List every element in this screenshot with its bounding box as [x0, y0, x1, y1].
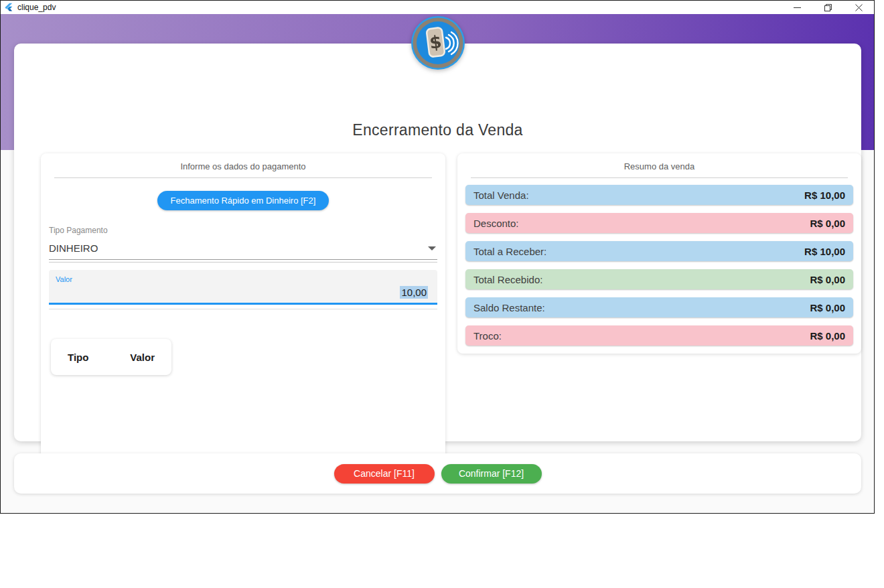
summary-row-label: Troco:	[473, 330, 502, 342]
summary-row-value: R$ 0,00	[810, 330, 845, 342]
payment-type-dropdown[interactable]: DINHEIRO	[49, 242, 437, 254]
action-bar: Cancelar [F11] Confirmar [F12]	[14, 453, 861, 494]
chevron-down-icon	[428, 246, 436, 250]
payment-type-label: Tipo Pagamento	[49, 226, 445, 235]
window-titlebar: clique_pdv	[1, 1, 874, 14]
summary-rows: Total Venda:R$ 10,00Desconto:R$ 0,00Tota…	[457, 178, 861, 346]
summary-row-label: Desconto:	[473, 218, 519, 229]
confirm-button[interactable]: Confirmar [F12]	[441, 464, 542, 484]
summary-row: Desconto:R$ 0,00	[465, 213, 853, 233]
amount-input-value: 10,00	[400, 286, 428, 299]
page-title: Encerramento da Venda	[14, 121, 861, 139]
restore-button[interactable]	[812, 1, 843, 14]
flutter-logo-icon	[3, 3, 13, 13]
summary-panel: Resumo da venda Total Venda:R$ 10,00Desc…	[457, 153, 861, 354]
summary-row: Total Venda:R$ 10,00	[465, 185, 853, 205]
minimize-button[interactable]	[782, 1, 812, 14]
payments-table-header: Tipo Valor	[51, 339, 171, 375]
summary-row: Total a Receber:R$ 10,00	[465, 241, 853, 261]
payment-panel-title: Informe os dados do pagamento	[41, 153, 445, 171]
app-window: clique_pdv Encerramento da Venda	[0, 0, 875, 514]
summary-row: Saldo Restante:R$ 0,00	[465, 297, 853, 317]
summary-row: Troco:R$ 0,00	[465, 325, 853, 346]
summary-row-value: R$ 10,00	[804, 190, 845, 201]
payment-panel: Informe os dados do pagamento Fechamento…	[41, 153, 445, 470]
payment-type-value: DINHEIRO	[49, 242, 98, 254]
amount-input[interactable]: Valor 10,00	[49, 270, 437, 305]
payments-table-col-tipo: Tipo	[68, 352, 88, 363]
divider	[49, 309, 437, 309]
summary-row-value: R$ 10,00	[804, 246, 845, 257]
sale-closing-dialog: Encerramento da Venda Informe os dados d…	[14, 44, 861, 441]
payments-table-col-valor: Valor	[130, 352, 155, 363]
summary-row-label: Total Recebido:	[473, 274, 542, 285]
window-title: clique_pdv	[17, 3, 56, 12]
summary-row-value: R$ 0,00	[810, 302, 845, 313]
svg-text:$: $	[429, 31, 443, 53]
quick-cash-close-button[interactable]: Fechamento Rápido em Dinheiro [F2]	[157, 191, 329, 210]
divider	[54, 177, 432, 178]
close-icon	[855, 4, 863, 11]
close-button[interactable]	[843, 1, 874, 14]
summary-row: Total Recebido:R$ 0,00	[465, 269, 853, 289]
divider	[49, 262, 437, 263]
summary-panel-title: Resumo da venda	[457, 153, 861, 171]
amount-input-label: Valor	[56, 275, 72, 283]
summary-row-label: Total Venda:	[473, 190, 529, 201]
summary-row-label: Total a Receber:	[473, 246, 546, 257]
minimize-icon	[794, 4, 801, 11]
cancel-button[interactable]: Cancelar [F11]	[334, 464, 435, 484]
summary-row-value: R$ 0,00	[810, 218, 845, 229]
restore-icon	[824, 4, 832, 11]
summary-row-value: R$ 0,00	[810, 274, 845, 285]
contactless-money-icon: $	[411, 15, 465, 70]
divider	[49, 259, 437, 260]
summary-row-label: Saldo Restante:	[473, 302, 545, 313]
